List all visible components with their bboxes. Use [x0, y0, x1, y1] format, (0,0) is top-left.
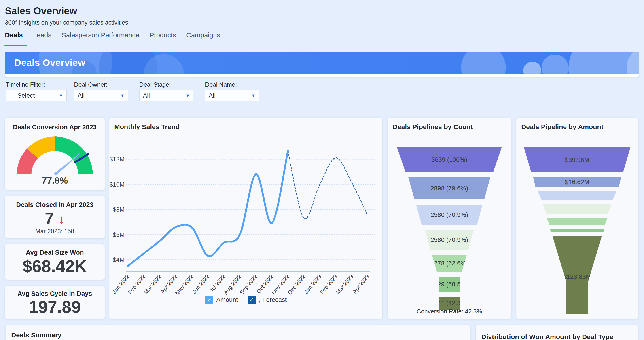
banner-bubble	[461, 52, 506, 74]
funnel-stage-label: 2129 (58.5%)	[430, 281, 468, 288]
deals-pipeline-by-amount-funnel: $39.96M$16.62M$123.83M	[522, 118, 632, 319]
y-axis-tick-label: $6M	[113, 231, 124, 238]
funnel-stage-2[interactable]: 2898 (79.6%)	[393, 177, 506, 200]
avg-sales-cycle-card: Avg Sales Cycle in Days 197.89	[5, 286, 105, 319]
banner-title: Deals Overview	[14, 57, 86, 68]
deals-conversion-title: Deals Conversion Apr 2023	[5, 124, 105, 131]
banner-bottom-strip	[5, 74, 639, 77]
tab-leads[interactable]: Leads	[33, 31, 52, 44]
avg-deal-size-card: Avg Deal Size Won $68.42K	[5, 244, 105, 280]
conversion-rate-footer: Conversion Rate: 42.3%	[388, 308, 511, 315]
gauge-arc	[17, 136, 93, 174]
funnel-stage-label: $16.62M	[565, 178, 590, 186]
avg-sales-cycle-value: 197.89	[5, 297, 105, 317]
deals-closed-title: Deals Closed in Apr 2023	[5, 201, 105, 208]
tab-products[interactable]: Products	[150, 31, 176, 44]
funnel-stage-1[interactable]: $39.96M	[522, 147, 632, 172]
funnel-stage-label: $123.83M	[522, 273, 632, 280]
monthly-sales-trend-card: Monthly Sales Trend $4M$6M$8M$10M$12MJan…	[109, 118, 382, 319]
chevron-down-icon: ▼	[185, 93, 190, 98]
funnel-stage-3[interactable]: 2580 (70.9%)	[393, 205, 506, 225]
trend-down-arrow-icon: ↓	[58, 212, 65, 227]
deal-owner-label: Deal Owner:	[74, 81, 108, 88]
timeline-filter-label: Timeline Filter:	[6, 81, 45, 88]
chevron-down-icon: ▼	[120, 93, 125, 98]
deal-stage-value: All	[143, 92, 150, 99]
deals-summary-title: Deals Summary	[11, 331, 62, 339]
banner-bubble	[542, 54, 568, 74]
funnel-stage-label: 2580 (70.9%)	[430, 236, 468, 244]
deal-name-label: Deal Name:	[205, 81, 237, 88]
conversion-gauge	[17, 136, 93, 174]
chevron-down-icon: ▼	[251, 93, 256, 98]
amount-line	[128, 151, 288, 266]
funnel-stage-5[interactable]: 2278 (62.6%)	[393, 255, 506, 272]
funnel-stage-6[interactable]	[522, 229, 632, 232]
deal-name-select[interactable]: All ▼	[205, 90, 259, 101]
amount-checkbox[interactable]: ✓	[205, 296, 213, 304]
tab-bar: Deals Leads Salesperson Performance Prod…	[5, 31, 220, 44]
deals-closed-number: 7	[45, 209, 54, 227]
funnel-stage-label: 2278 (62.6%)	[430, 260, 468, 267]
y-axis-tick-label: $12M	[109, 156, 124, 163]
distribution-won-amount-card: Distribution of Won Amount by Deal Type	[476, 325, 638, 340]
funnel-stage-1[interactable]: 3639 (100%)	[393, 147, 506, 172]
tab-divider	[5, 45, 639, 46]
page-title: Sales Overview	[5, 5, 77, 16]
funnel-stage-3[interactable]	[522, 191, 632, 200]
y-axis-tick-label: $8M	[113, 206, 124, 213]
deals-conversion-card: Deals Conversion Apr 2023 77.8%	[5, 118, 105, 190]
chart-legend: ✓ Amount ✓ , Forecast	[109, 296, 382, 304]
deals-closed-value: 7 ↓	[5, 209, 105, 227]
deals-pipeline-by-amount-card: Deals Pipeline by Amount $39.96M$16.62M$…	[516, 118, 638, 319]
page-subtitle: 360° insights on your company sales acti…	[5, 19, 128, 26]
avg-deal-size-value: $68.42K	[5, 257, 105, 276]
timeline-filter-value: --- Select ---	[10, 92, 43, 99]
deals-summary-card: Deals Summary	[6, 325, 470, 340]
distribution-won-amount-title: Distribution of Won Amount by Deal Type	[482, 333, 613, 340]
funnel-stage-7[interactable]: 1541 (42.3%)	[393, 297, 506, 310]
funnel-stage-6[interactable]: 2129 (58.5%)	[393, 277, 506, 292]
deals-pipelines-by-count-funnel: 3639 (100%)2898 (79.6%)2580 (70.9%)2580 …	[393, 118, 506, 319]
conversion-value: 77.8%	[5, 175, 105, 186]
legend-item-amount[interactable]: ✓ Amount	[205, 296, 238, 304]
deal-stage-select[interactable]: All ▼	[139, 90, 194, 101]
funnel-stage-4[interactable]	[522, 204, 632, 214]
monthly-sales-trend-chart: $4M$6M$8M$10M$12MJan 2022Feb 2022Mar 202…	[109, 118, 382, 319]
amount-legend-label: Amount	[216, 296, 238, 303]
legend-item-forecast[interactable]: ✓ , Forecast	[248, 296, 287, 304]
y-axis-tick-label: $4M	[113, 257, 124, 263]
banner-bubble	[523, 62, 541, 74]
tab-salesperson-performance[interactable]: Salesperson Performance	[62, 31, 139, 44]
deal-owner-select[interactable]: All ▼	[74, 90, 128, 101]
funnel-stage-2[interactable]: $16.62M	[522, 177, 632, 187]
deals-closed-comparison: Mar 2023: 158	[5, 228, 105, 235]
funnel-stage-label: $39.96M	[565, 156, 590, 164]
funnel-stage-label: 2898 (79.6%)	[430, 185, 468, 192]
funnel-stage-label: 2580 (70.9%)	[430, 211, 468, 219]
x-axis-tick-label: Jun 2022	[191, 273, 211, 295]
tab-campaigns[interactable]: Campaigns	[186, 31, 220, 44]
deal-name-value: All	[209, 92, 216, 99]
x-axis-tick-label: Apr 2023	[351, 273, 370, 295]
forecast-checkbox[interactable]: ✓	[248, 296, 256, 304]
funnel-stage-7[interactable]: $123.83M	[522, 236, 632, 314]
funnel-stage-5[interactable]	[522, 219, 632, 225]
funnel-stage-label: 1541 (42.3%)	[430, 300, 468, 307]
funnel-stage-label: 3639 (100%)	[431, 156, 467, 163]
avg-sales-cycle-title: Avg Sales Cycle in Days	[5, 290, 105, 297]
forecast-line	[288, 151, 368, 219]
y-axis-tick-label: $10M	[109, 181, 124, 188]
deals-closed-card: Deals Closed in Apr 2023 7 ↓ Mar 2023: 1…	[5, 196, 105, 238]
timeline-filter-select[interactable]: --- Select --- ▼	[6, 90, 67, 101]
deals-overview-banner: Deals Overview	[5, 52, 639, 74]
funnel-stage-4[interactable]: 2580 (70.9%)	[393, 230, 506, 250]
avg-deal-size-title: Avg Deal Size Won	[5, 249, 105, 256]
forecast-legend-label: , Forecast	[259, 296, 287, 303]
chevron-down-icon: ▼	[58, 93, 63, 98]
deal-owner-value: All	[78, 92, 84, 99]
deals-pipelines-by-count-card: Deals Pipelines by Count 3639 (100%)2898…	[388, 118, 511, 319]
deal-stage-label: Deal Stage:	[139, 81, 171, 88]
tab-deals[interactable]: Deals	[5, 31, 23, 44]
active-tab-underline	[4, 45, 27, 46]
